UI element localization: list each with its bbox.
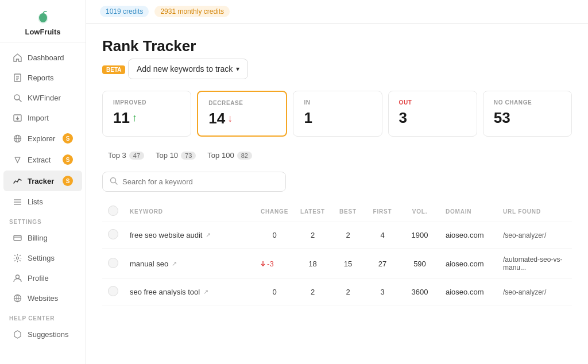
keywords-table-wrap: KEYWORD CHANGE LATEST BEST FIRST VOL. DO… [102,201,572,305]
keyword-text: free seo website audit [130,231,202,239]
stat-value-out: 3 [399,109,466,127]
sidebar-item-explorer[interactable]: Explorer S [3,128,82,149]
keyword-cell: manual seo ↗ [124,249,254,279]
lists-icon [13,197,22,206]
col-header-keyword: KEYWORD [124,201,254,222]
sidebar-item-kwfinder[interactable]: KWFinder [3,88,82,107]
extract-icon [13,155,22,164]
first-cell: 4 [365,222,400,249]
sidebar: LowFruits Dashboard Reports KWFinder [0,0,86,364]
latest-cell: 2 [295,222,331,249]
col-header-change: CHANGE [254,201,295,222]
sidebar-item-billing[interactable]: Billing [3,228,82,247]
topbar: 1019 credits 2931 monthly credits [86,0,588,24]
col-header-first: FIRST [365,201,400,222]
change-value: -3 [260,260,289,268]
col-header-latest: LATEST [295,201,331,222]
tab-top10-label: Top 10 [156,151,178,160]
keyword-text: seo free analysis tool [130,288,200,296]
beta-badge: BETA [102,65,125,74]
stat-label-no-change: NO CHANGE [494,99,561,106]
tracker-icon [13,176,22,185]
row-checkbox-cell [102,279,124,305]
domain-cell: aioseo.com [440,222,497,249]
domain-cell: aioseo.com [440,279,497,305]
add-keywords-label: Add new keywords to track [137,64,233,73]
svg-rect-17 [14,235,21,241]
sidebar-item-websites[interactable]: Websites [3,288,82,308]
tab-top100[interactable]: Top 100 82 [202,148,258,162]
keywords-table: KEYWORD CHANGE LATEST BEST FIRST VOL. DO… [102,201,572,305]
stat-value-improved: 11 ↑ [113,109,180,127]
change-cell: -3 [254,249,295,279]
best-cell: 15 [331,249,365,279]
websites-icon [13,293,22,303]
stat-value-in: 1 [304,109,371,127]
vol-cell: 590 [400,249,440,279]
page-title: Rank Tracker [102,37,572,55]
col-header-check [102,201,124,222]
latest-cell: 18 [295,249,331,279]
sidebar-item-tracker[interactable]: Tracker S [3,171,82,191]
sidebar-item-suggestions[interactable]: Suggestions [3,324,82,344]
best-cell: 2 [331,222,365,249]
explorer-icon [13,134,22,143]
stat-card-no-change: NO CHANGE 53 [483,91,572,137]
sidebar-item-settings[interactable]: Settings [3,248,82,268]
col-header-domain: DOMAIN [440,201,497,222]
keyword-cell: seo free analysis tool ↗ [124,279,254,305]
settings-gear-icon [13,253,22,262]
vol-cell: 1900 [400,222,440,249]
change-value: 0 [272,288,276,296]
first-cell: 27 [365,249,400,279]
stat-label-in: IN [304,99,371,106]
svg-point-20 [16,275,19,278]
domain-cell: aioseo.com [440,249,497,279]
monthly-credits-badge: 2931 monthly credits [154,6,230,17]
sidebar-item-profile[interactable]: Profile [3,268,82,288]
keyword-text: manual seo [130,260,168,268]
tab-top3[interactable]: Top 3 47 [102,148,150,162]
sidebar-item-explorer-label: Explorer [28,134,57,143]
add-keywords-button[interactable]: Add new keywords to track ▾ [128,59,248,79]
table-row: seo free analysis tool ↗ 0 2 2 3 3600 ai… [102,279,572,305]
sidebar-item-dashboard-label: Dashboard [28,53,73,62]
stat-card-in: IN 1 [293,91,382,137]
stats-row: IMPROVED 11 ↑ DECREASE 14 ↓ IN 1 [102,91,572,137]
billing-icon [13,233,22,242]
lowfruits-logo-icon [35,9,51,25]
change-cell: 0 [254,279,295,305]
change-value: 0 [272,231,276,239]
reports-icon [13,73,22,82]
suggestions-icon [13,330,22,339]
svg-line-7 [19,99,21,102]
sidebar-item-import[interactable]: Import [3,108,82,127]
sidebar-item-reports-label: Reports [28,73,73,82]
sidebar-item-lists[interactable]: Lists [3,192,82,211]
tab-top10[interactable]: Top 10 73 [150,148,202,162]
col-header-best: BEST [331,201,365,222]
sidebar-item-extract[interactable]: Extract S [3,149,82,170]
svg-line-24 [115,183,118,185]
stat-label-decrease: DECREASE [208,100,276,106]
trend-icon: ↗ [172,260,177,268]
sidebar-item-reports[interactable]: Reports [3,68,82,87]
sidebar-nav: Dashboard Reports KWFinder Import Explor… [0,42,86,364]
sidebar-item-websites-label: Websites [28,294,73,303]
best-cell: 2 [331,279,365,305]
arrow-down-icon: ↓ [227,113,233,125]
sidebar-item-dashboard[interactable]: Dashboard [3,48,82,67]
import-icon [13,113,22,122]
sidebar-item-profile-label: Profile [28,274,73,282]
search-input[interactable] [122,177,278,186]
tracker-badge: S [63,176,73,186]
url-cell: /seo-analyzer/ [497,222,572,249]
page-content: Rank Tracker BETA Add new keywords to tr… [86,24,588,364]
vol-cell: 3600 [400,279,440,305]
latest-cell: 2 [295,279,331,305]
table-row: manual seo ↗ -3 18 15 27 590 aioseo.com … [102,249,572,279]
sidebar-item-extract-label: Extract [28,156,57,164]
sidebar-item-tracker-label: Tracker [28,177,57,185]
app-name: LowFruits [25,28,60,36]
extract-badge: S [63,154,73,165]
